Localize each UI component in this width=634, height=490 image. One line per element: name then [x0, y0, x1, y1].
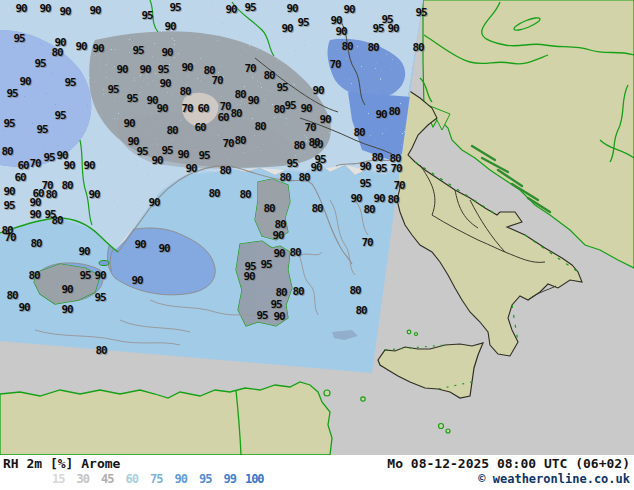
legend-value-15: 15 [46, 472, 71, 487]
product-title: RH 2m [%] Arome [3, 457, 120, 471]
domain-corsica [255, 179, 290, 240]
legend-value-100: 100 [242, 472, 267, 487]
legend-value-30: 30 [71, 472, 96, 487]
legend-value-95: 95 [193, 472, 218, 487]
map-canvas [0, 0, 634, 455]
domain-sardinia [236, 241, 292, 326]
legend-value-60: 60 [120, 472, 145, 487]
copyright: © weatheronline.co.uk [478, 472, 630, 486]
info-bar: RH 2m [%] Arome Mo 08-12-2025 08:00 UTC … [0, 455, 634, 490]
legend-value-99: 99 [218, 472, 243, 487]
weather-map-app: 9090909095959090959095909090959095959095… [0, 0, 634, 490]
legend-value-90: 90 [169, 472, 194, 487]
color-legend: 1530456075909599100 [46, 472, 267, 487]
legend-value-45: 45 [95, 472, 120, 487]
weather-map: 9090909095959090959095909090959095959095… [0, 0, 634, 455]
legend-value-75: 75 [144, 472, 169, 487]
valid-datetime: Mo 08-12-2025 08:00 UTC (06+02) [387, 457, 630, 471]
